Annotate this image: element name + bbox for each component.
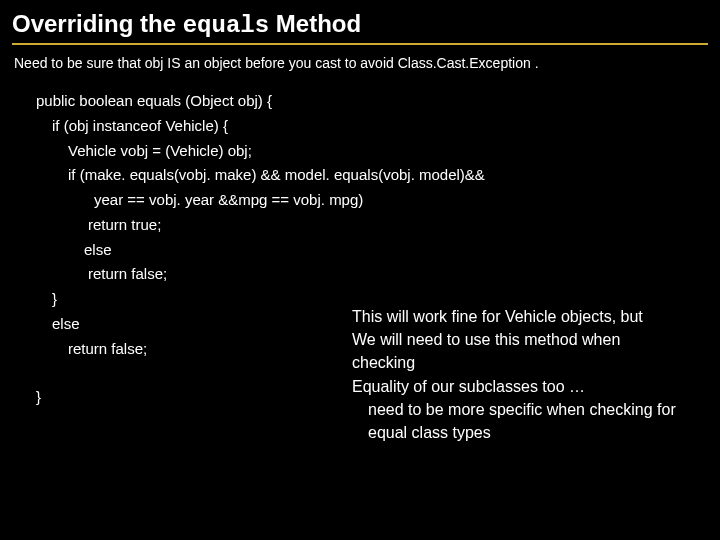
code-line: return false; (36, 262, 708, 287)
code-line: else (36, 238, 708, 263)
code-line: else (36, 312, 336, 337)
code-line: return true; (36, 213, 708, 238)
code-line: } (36, 385, 336, 410)
annotation-note: This will work fine for Vehicle objects,… (336, 287, 676, 444)
note-line: need to be more specific when checking f… (352, 398, 676, 421)
code-line: Vehicle vobj = (Vehicle) obj; (36, 139, 708, 164)
slide: Overriding the equals Method Need to be … (0, 0, 720, 454)
code-line: if (obj instanceof Vehicle) { (36, 114, 708, 139)
note-line: Equality of our subclasses too … (352, 375, 676, 398)
code-line: } (36, 287, 336, 312)
code-line: return false; (36, 337, 336, 362)
title-suffix: Method (269, 10, 361, 37)
code-block: public boolean equals (Object obj) { if … (12, 89, 708, 444)
note-line: equal class types (352, 421, 676, 444)
code-line: if (make. equals(vobj. make) && model. e… (36, 163, 708, 188)
code-line: year == vobj. year &&mpg == vobj. mpg) (36, 188, 708, 213)
code-line: public boolean equals (Object obj) { (36, 89, 708, 114)
title-prefix: Overriding the (12, 10, 183, 37)
note-line: This will work fine for Vehicle objects,… (352, 305, 676, 328)
note-line: We will need to use this method when che… (352, 328, 676, 374)
intro-text: Need to be sure that obj IS an object be… (12, 55, 708, 71)
title-underline (12, 43, 708, 45)
title-mono: equals (183, 12, 269, 39)
slide-title: Overriding the equals Method (12, 10, 708, 43)
bottom-row: } else return false; } This will work fi… (36, 287, 708, 444)
